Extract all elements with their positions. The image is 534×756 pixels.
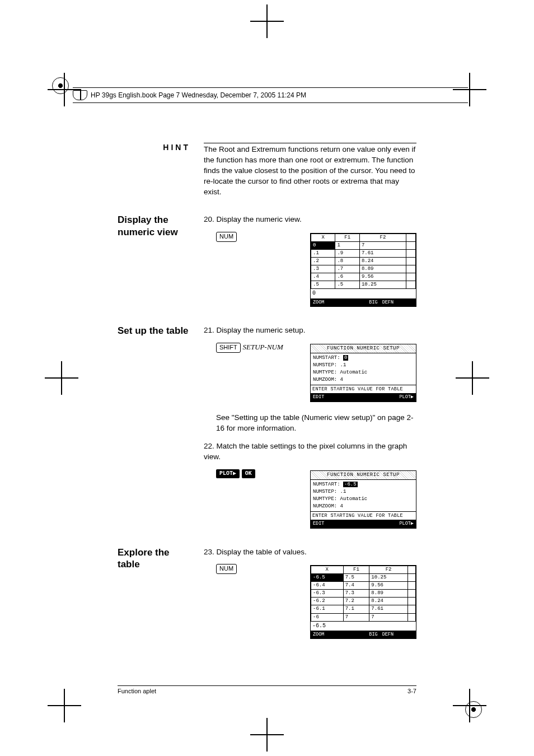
calc-status-2: -6.5: [311, 622, 416, 631]
register-circle-br: [465, 701, 482, 718]
key-num-2: NUM: [216, 564, 237, 574]
crop-mark-right: [456, 361, 489, 395]
footer-right: 3-7: [407, 688, 416, 694]
calc-screen-num2: XF1F2-6.57.510.25-6.47.49.56-6.37.38.89-…: [310, 565, 416, 639]
step-21: 21. Display the numeric setup.: [204, 325, 416, 336]
page-footer: Function aplet 3-7: [118, 685, 416, 694]
side-title-explore: Explore the table: [118, 547, 190, 640]
side-title-display: Display the numeric view: [118, 214, 190, 307]
frame-header: HP 39gs English.book Page 7 Wednesday, D…: [73, 87, 468, 103]
calc-title-s1: FUNCTION NUMERIC SETUP: [311, 344, 416, 353]
softkey-ok: OK: [242, 469, 255, 479]
hint-text: The Root and Extremum functions return o…: [204, 143, 416, 197]
register-circle-tl: [52, 77, 69, 94]
calc-status-1: 0: [311, 289, 416, 298]
crop-mark-top: [250, 4, 284, 38]
calc-screen-setup1: FUNCTION NUMERIC SETUP NUMSTART: 0NUMSTE…: [310, 344, 416, 402]
calc-msg-s1: ENTER STARTING VALUE FOR TABLE: [311, 385, 416, 393]
key-shift: SHIFT: [216, 343, 241, 353]
side-title-setup: Set up the table: [118, 325, 190, 529]
key-num-1: NUM: [216, 232, 237, 242]
para-see-setting: See "Setting up the table (Numeric view …: [216, 412, 416, 434]
calc-screen-num1: XF1F2017.1.97.61.2.88.24.3.78.89.4.69.56…: [310, 233, 416, 307]
section-explore: Explore the table 23. Display the table …: [118, 547, 416, 640]
softkey-plot: PLOT▶: [216, 469, 240, 479]
section-display-numeric: Display the numeric view 20. Display the…: [118, 214, 416, 307]
hint-label: HINT: [118, 143, 190, 197]
section-setup-table: Set up the table 21. Display the numeric…: [118, 325, 416, 529]
calc-screen-setup2: FUNCTION NUMERIC SETUP NUMSTART: -6.5NUM…: [310, 470, 416, 529]
book-icon: [73, 90, 87, 100]
crop-corner-bl: [48, 689, 81, 722]
key-shift-label: SETUP-NUM: [243, 343, 283, 351]
crop-mark-bottom: [250, 718, 284, 752]
crop-mark-left: [45, 361, 78, 395]
header-text: HP 39gs English.book Page 7 Wednesday, D…: [91, 91, 306, 99]
page-content: HINT The Root and Extremum functions ret…: [118, 112, 416, 694]
footer-left: Function aplet: [118, 688, 156, 694]
step-20: 20. Display the numeric view.: [204, 214, 416, 225]
step-23: 23. Display the table of values.: [204, 547, 416, 558]
calc-title-s2: FUNCTION NUMERIC SETUP: [311, 471, 416, 480]
calc-msg-s2: ENTER STARTING VALUE FOR TABLE: [311, 511, 416, 520]
hint-block: HINT The Root and Extremum functions ret…: [118, 143, 416, 197]
step-22: 22. Match the table settings to the pixe…: [204, 441, 416, 463]
